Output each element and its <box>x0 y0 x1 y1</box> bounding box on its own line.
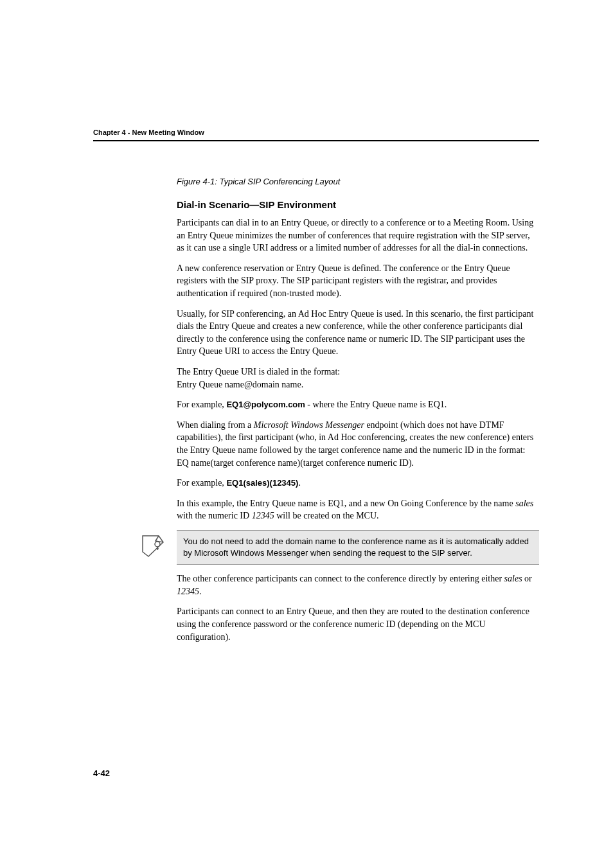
paragraph-7: For example, EQ1(sales)(12345). <box>177 477 539 490</box>
main-content: Figure 4-1: Typical SIP Conferencing Lay… <box>177 177 539 651</box>
para6-t1: When dialing from a <box>177 420 254 430</box>
para7-suffix: . <box>298 478 301 488</box>
note-icon <box>139 533 166 560</box>
section-heading: Dial-in Scenario—SIP Environment <box>177 199 539 210</box>
para9-i2: 12345 <box>177 587 199 596</box>
para6-line2: EQ name(target conference name)(target c… <box>177 458 414 468</box>
para8-t1: In this example, the Entry Queue name is… <box>177 499 515 508</box>
para9-t2: or <box>522 574 532 583</box>
note-container: You do not need to add the domain name t… <box>139 530 539 565</box>
chapter-line: Chapter 4 - New Meeting Window <box>93 128 204 136</box>
para4-line2: Entry Queue name@domain name. <box>177 380 303 389</box>
para4-line1: The Entry Queue URI is dialed in the for… <box>177 367 340 376</box>
paragraph-3: Usually, for SIP conferencing, an Ad Hoc… <box>177 308 539 358</box>
paragraph-9: The other conference participants can co… <box>177 572 539 598</box>
paragraph-6: When dialing from a Microsoft Windows Me… <box>177 419 539 469</box>
figure-caption: Figure 4-1: Typical SIP Conferencing Lay… <box>177 177 539 186</box>
para6-i1: Microsoft Windows Messenger <box>254 420 364 430</box>
paragraph-2: A new conference reservation or Entry Qu… <box>177 262 539 300</box>
para5-prefix: For example, <box>177 400 226 409</box>
page-header: Chapter 4 - New Meeting Window <box>93 128 539 141</box>
paragraph-4: The Entry Queue URI is dialed in the for… <box>177 366 539 391</box>
para9-i1: sales <box>504 574 522 583</box>
svg-point-0 <box>155 542 160 547</box>
paragraph-5: For example, EQ1@polycom.com - where the… <box>177 398 539 411</box>
para8-i1: sales <box>515 499 533 508</box>
para9-t3: . <box>199 587 202 596</box>
para9-t1: The other conference participants can co… <box>177 574 504 583</box>
paragraph-8: In this example, the Entry Queue name is… <box>177 497 539 522</box>
paragraph-10: Participants can connect to an Entry Que… <box>177 605 539 643</box>
page-number: 4-42 <box>93 768 110 778</box>
para5-bold: EQ1@polycom.com <box>226 400 305 409</box>
para8-i2: 12345 <box>252 511 274 520</box>
para8-t3: will be created on the MCU. <box>274 511 379 520</box>
paragraph-1: Participants can dial in to an Entry Que… <box>177 217 539 254</box>
para5-suffix: - where the Entry Queue name is EQ1. <box>305 400 447 409</box>
note-box: You do not need to add the domain name t… <box>177 530 539 565</box>
para7-prefix: For example, <box>177 478 226 488</box>
para7-bold: EQ1(sales)(12345) <box>226 478 298 488</box>
para8-t2: with the numeric ID <box>177 511 252 520</box>
